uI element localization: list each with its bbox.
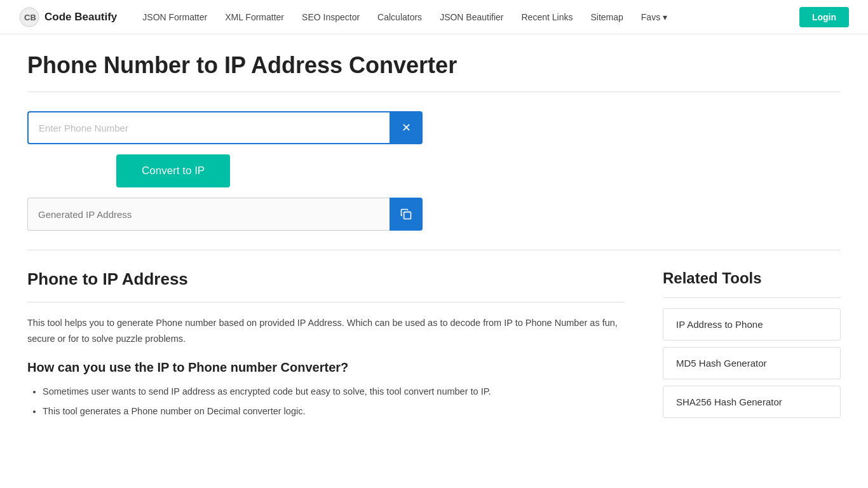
favs-button[interactable]: Favs ▾ — [641, 12, 667, 22]
nav-seo-inspector[interactable]: SEO Inspector — [302, 12, 360, 22]
page-title: Phone Number to IP Address Converter — [27, 52, 841, 79]
phone-input[interactable] — [27, 111, 390, 144]
two-column-layout: Phone to IP Address This tool helps you … — [27, 269, 841, 424]
sidebar: Related Tools IP Address to Phone MD5 Ha… — [663, 269, 841, 424]
close-icon: ✕ — [402, 121, 411, 135]
main-content: Phone to IP Address This tool helps you … — [27, 269, 625, 424]
description-text: This tool helps you to generate Phone nu… — [27, 315, 625, 346]
clear-button[interactable]: ✕ — [390, 111, 423, 144]
generated-ip-input — [27, 198, 390, 231]
nav-json-formatter[interactable]: JSON Formatter — [142, 12, 207, 22]
tool-section: ✕ Convert to IP — [27, 111, 841, 250]
sidebar-divider — [663, 297, 841, 298]
convert-button[interactable]: Convert to IP — [116, 154, 230, 187]
output-row — [27, 198, 423, 231]
top-divider — [27, 92, 841, 92]
nav-calculators[interactable]: Calculators — [377, 12, 422, 22]
related-tool-md5[interactable]: MD5 Hash Generator — [663, 347, 841, 379]
list-item: This tool generates a Phone number on De… — [43, 403, 625, 419]
copy-icon — [400, 208, 412, 220]
svg-text:CB: CB — [24, 13, 36, 22]
nav-sitemap[interactable]: Sitemap — [590, 12, 623, 22]
chevron-down-icon: ▾ — [663, 12, 667, 22]
related-tool-sha256[interactable]: SHA256 Hash Generator — [663, 386, 841, 418]
related-tools-heading: Related Tools — [663, 269, 841, 287]
nav-xml-formatter[interactable]: XML Formatter — [225, 12, 284, 22]
nav-recent-links[interactable]: Recent Links — [522, 12, 573, 22]
bullet-list: Sometimes user wants to send IP address … — [27, 384, 625, 419]
favs-label: Favs — [641, 12, 660, 22]
section-divider — [27, 302, 625, 302]
list-item: Sometimes user wants to send IP address … — [43, 384, 625, 400]
phone-input-row: ✕ — [27, 111, 423, 144]
phone-to-ip-heading: Phone to IP Address — [27, 269, 625, 289]
login-button[interactable]: Login — [799, 7, 849, 27]
copy-button[interactable] — [390, 198, 423, 231]
nav-json-beautifier[interactable]: JSON Beautifier — [440, 12, 503, 22]
related-tool-ip-to-phone[interactable]: IP Address to Phone — [663, 308, 841, 341]
logo-icon: CB — [19, 7, 39, 27]
main-nav: JSON Formatter XML Formatter SEO Inspect… — [142, 12, 799, 22]
logo-text: Code Beautify — [44, 11, 117, 24]
how-to-heading: How can you use the IP to Phone number C… — [27, 360, 625, 375]
svg-rect-2 — [404, 212, 411, 219]
logo[interactable]: CB Code Beautify — [19, 7, 117, 27]
